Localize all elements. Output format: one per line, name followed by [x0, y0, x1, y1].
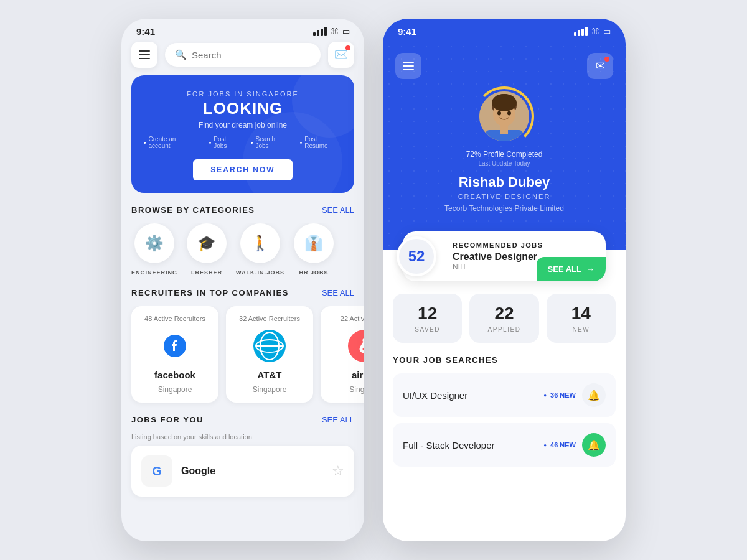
category-fresher[interactable]: 🎓 FRESHER: [185, 223, 228, 276]
profile-progress-ring: [474, 86, 534, 146]
jobs-title: JOBS FOR YOU: [131, 415, 204, 424]
job-google[interactable]: G Google ☆: [131, 446, 354, 497]
profile-hamburger-icon: [403, 62, 414, 70]
recommended-card: 52 RECOMMENDED JOBS Creative Designer NI…: [403, 231, 606, 281]
profile-mail-icon: ✉: [596, 59, 605, 73]
profile-name: Rishab Dubey: [395, 174, 613, 190]
profile-company: Tecorb Technologies Private Limited: [395, 204, 613, 213]
categories-row: ⚙️ ENGINEERING 🎓 FRESHER 🚶 WALK-IN-JOBS …: [121, 223, 364, 288]
search-row-fullstack[interactable]: Full - Stack Developer 46 NEW 🔔: [393, 423, 616, 467]
profile-avatar-wrap: [395, 91, 613, 141]
profile-notif-dot: [604, 57, 609, 62]
engineering-label: ENGINEERING: [131, 269, 177, 276]
status-icons-right: ⌘ ▭: [574, 27, 611, 36]
stats-row: 12 SAVED 22 APPLIED 14 NEW: [383, 281, 626, 355]
fresher-label: FRESHER: [191, 269, 222, 276]
search-new-count-fullstack: 46 NEW: [543, 441, 576, 449]
stat-saved-label: SAVED: [399, 326, 456, 333]
recruiter-facebook[interactable]: 48 Active Recruiters facebook Singapore: [131, 306, 218, 403]
att-name: AT&T: [258, 370, 282, 380]
signal-bars-right: [574, 27, 588, 36]
profile-mail-button[interactable]: ✉: [587, 53, 613, 79]
profile-section: ✉: [383, 40, 626, 250]
recruiters-section-header: RECRUITERS IN TOP COMPANIES SEE ALL: [121, 288, 364, 306]
hero-banner: FOR JOBS IN SINGAPORE LOOKING Find your …: [131, 75, 354, 193]
search-bell-fullstack[interactable]: 🔔: [582, 433, 606, 457]
jobs-see-all[interactable]: SEE ALL: [322, 415, 354, 424]
recruiter-airbnb[interactable]: 22 Active Rec... airb... Singap...: [321, 306, 364, 403]
stat-applied: 22 APPLIED: [469, 294, 538, 343]
stat-applied-num: 22: [476, 304, 532, 324]
mail-button-left[interactable]: ✉️: [328, 42, 354, 68]
search-icon: 🔍: [175, 49, 187, 60]
profile-last-update: Last Update Today: [395, 160, 613, 167]
recruiters-see-all[interactable]: SEE ALL: [322, 288, 354, 297]
stat-saved: 12 SAVED: [393, 294, 462, 343]
search-bar[interactable]: 🔍: [165, 43, 321, 67]
hero-dot-3: Search Jobs: [251, 136, 290, 149]
search-row-actions-uiux: 36 NEW 🔔: [543, 383, 606, 407]
left-phone-content: FOR JOBS IN SINGAPORE LOOKING Find your …: [121, 75, 364, 541]
wifi-icon-left: ⌘: [331, 27, 339, 36]
engineering-icon: ⚙️: [134, 223, 174, 263]
battery-icon-right: ▭: [603, 27, 611, 36]
recruiter-att[interactable]: 32 Active Recruiters AT&T Singapore: [226, 306, 313, 403]
stat-new-label: NEW: [553, 326, 609, 333]
search-now-button[interactable]: SEARCH NOW: [193, 159, 292, 180]
stat-applied-label: APPLIED: [476, 326, 532, 333]
search-bell-uiux[interactable]: 🔔: [582, 383, 606, 407]
status-time-left: 9:41: [136, 26, 155, 37]
google-company-name: Google: [181, 465, 323, 477]
recommended-see-all-button[interactable]: SEE ALL →: [537, 257, 606, 281]
categories-section-header: BROWSE BY CATEGORIES SEE ALL: [121, 205, 364, 223]
signal-bars-left: [313, 27, 327, 36]
wifi-icon-right: ⌘: [591, 27, 599, 36]
hero-feature-list: Create an account Post Jobs Search Jobs …: [144, 136, 342, 149]
facebook-location: Singapore: [158, 385, 192, 394]
right-phone-content: ✉: [383, 40, 626, 513]
profile-top-nav: ✉: [395, 53, 613, 79]
fresher-icon: 🎓: [187, 223, 227, 263]
top-nav-left: 🔍 ✉️: [121, 42, 364, 75]
jobs-subtitle: Listing based on your skills and locatio…: [121, 433, 364, 446]
profile-role: CREATIVE DESIGNER: [395, 193, 613, 200]
search-row-uiux[interactable]: UI/UX Designer 36 NEW 🔔: [393, 373, 616, 417]
status-bar-left: 9:41 ⌘ ▭: [121, 19, 364, 42]
hero-subtitle-line: FOR JOBS IN SINGAPORE: [144, 90, 342, 98]
stat-new-num: 14: [553, 304, 609, 324]
facebook-logo: [156, 327, 194, 365]
facebook-count: 48 Active Recruiters: [144, 315, 205, 322]
att-logo: [251, 327, 288, 365]
hero-description: Find your dream job online: [144, 121, 342, 129]
category-engineering[interactable]: ⚙️ ENGINEERING: [131, 223, 177, 276]
categories-title: BROWSE BY CATEGORIES: [131, 205, 255, 215]
left-phone: 9:41 ⌘ ▭ 🔍 ✉️ F: [121, 19, 364, 541]
facebook-name: facebook: [154, 370, 195, 380]
airbnb-logo: [345, 327, 364, 365]
stat-new: 14 NEW: [547, 294, 616, 343]
hamburger-icon-left: [139, 50, 150, 59]
menu-button-left[interactable]: [131, 42, 157, 68]
recruiters-title: RECRUITERS IN TOP COMPANIES: [131, 288, 289, 297]
notification-dot-left: [345, 45, 350, 50]
search-job-info-fullstack: Full - Stack Developer: [403, 440, 495, 450]
mail-icon-left: ✉️: [334, 48, 348, 62]
recommended-label: RECOMMENDED JOBS: [453, 241, 596, 249]
categories-see-all[interactable]: SEE ALL: [322, 205, 354, 215]
stat-saved-num: 12: [399, 304, 456, 324]
category-walk-in[interactable]: 🚶 WALK-IN-JOBS: [236, 223, 284, 276]
svg-text:G: G: [152, 464, 162, 478]
hero-dot-1: Create an account: [144, 136, 199, 149]
bookmark-icon[interactable]: ☆: [332, 463, 344, 479]
status-icons-left: ⌘ ▭: [313, 27, 349, 36]
search-input[interactable]: [192, 50, 311, 60]
category-hr[interactable]: 👔 HR JOBS: [292, 223, 336, 276]
hero-dot-4: Post Resume: [300, 136, 342, 149]
recommended-section: 52 RECOMMENDED JOBS Creative Designer NI…: [393, 231, 616, 281]
profile-completed-text: 72% Profile Completed: [395, 150, 613, 159]
profile-menu-button[interactable]: [395, 53, 421, 79]
status-time-right: 9:41: [398, 26, 416, 37]
google-logo: G: [141, 455, 172, 487]
airbnb-location: Singap...: [349, 385, 364, 394]
status-bar-right: 9:41 ⌘ ▭: [383, 19, 626, 40]
